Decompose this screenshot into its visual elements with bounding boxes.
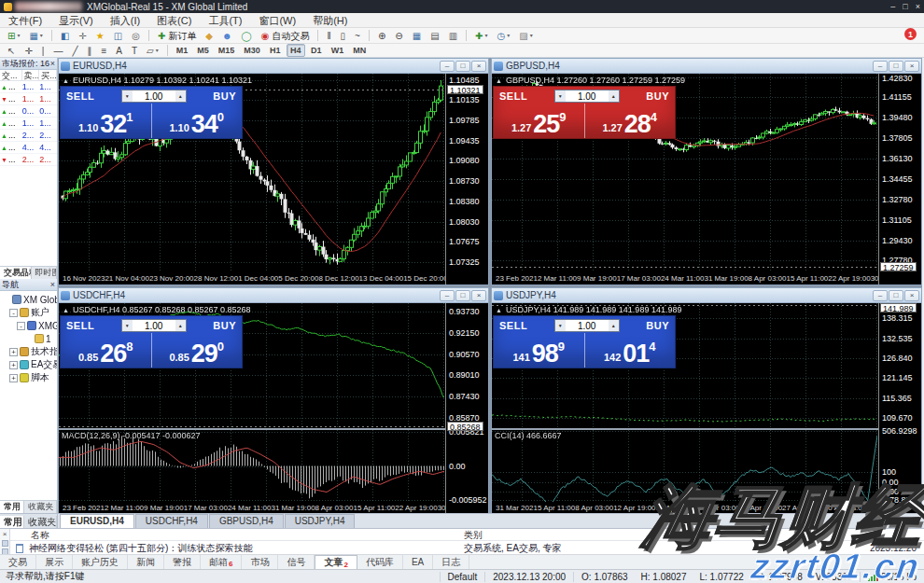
close-icon[interactable]: ×: [471, 290, 486, 301]
volume-down-icon[interactable]: ▼: [122, 90, 133, 102]
tree-item[interactable]: -XMG: [0, 319, 57, 332]
sell-button[interactable]: SELL: [499, 90, 527, 102]
buy-button[interactable]: BUY: [213, 90, 236, 102]
menu-item[interactable]: 显示(V): [50, 13, 102, 28]
column-name[interactable]: 名称: [31, 529, 49, 541]
restore-icon[interactable]: □: [455, 61, 470, 72]
tree-expander-icon[interactable]: +: [9, 348, 18, 356]
collapse-panel-icon[interactable]: ▲: [63, 77, 69, 84]
tree-item[interactable]: 1: [0, 332, 57, 345]
tree-item[interactable]: +脚本: [0, 371, 57, 384]
volume-down-icon[interactable]: ▼: [122, 320, 133, 331]
timeframe-w1-button[interactable]: W1: [328, 44, 348, 57]
timeframe-m1-button[interactable]: M1: [173, 44, 192, 57]
close-icon[interactable]: ×: [50, 59, 55, 68]
column-category[interactable]: 类别: [464, 529, 483, 541]
crosshair-icon[interactable]: ✛: [21, 44, 35, 57]
column-header[interactable]: 买...: [39, 70, 57, 80]
volume-stepper[interactable]: ▼ 1.00 ▲: [554, 90, 620, 103]
terminal-tab-新闻[interactable]: 新闻: [128, 555, 164, 569]
volume-down-icon[interactable]: ▼: [555, 90, 566, 102]
data-window-icon[interactable]: ✛: [75, 29, 90, 42]
chart-window-titlebar[interactable]: USDJPY,H4 – □ ×: [492, 288, 921, 303]
candlestick-icon[interactable]: ▯: [337, 29, 350, 42]
menu-item[interactable]: 帮助(H): [304, 13, 356, 28]
market-watch-row[interactable]: ▲...2...2...: [0, 130, 57, 142]
arrange-windows-icon[interactable]: ▥: [445, 29, 461, 42]
indicators-icon[interactable]: ✚▾: [471, 29, 491, 42]
web-icon[interactable]: ◯: [238, 29, 256, 42]
menu-item[interactable]: 图表(C): [148, 13, 200, 28]
chart-tab[interactable]: EURUSD,H4: [60, 514, 134, 528]
navigator-tab[interactable]: 常用: [0, 516, 24, 528]
chart-window-titlebar[interactable]: EURUSD,H4 – □ ×: [59, 59, 488, 74]
chart-window-titlebar[interactable]: GBPUSD,H4 – □ ×: [492, 59, 921, 74]
market-watch-row[interactable]: ▲...4...4...: [0, 142, 57, 154]
profile-selector[interactable]: Default: [440, 572, 485, 582]
close-icon[interactable]: ×: [904, 61, 919, 72]
terminal-tab-代码库[interactable]: 代码库: [357, 555, 403, 569]
sell-button[interactable]: SELL: [66, 320, 94, 331]
text-icon[interactable]: A: [112, 44, 126, 57]
article-title[interactable]: 神经网络变得轻松 (第四十五部分)：训练状态探索技能: [29, 541, 252, 555]
templates-icon[interactable]: ▨▾: [515, 29, 536, 42]
periods-icon[interactable]: ◷▾: [493, 29, 513, 42]
close-icon[interactable]: ×: [3, 530, 7, 538]
volume-up-icon[interactable]: ▲: [175, 90, 186, 102]
close-icon[interactable]: ×: [916, 2, 920, 11]
minimize-icon[interactable]: –: [890, 2, 895, 11]
buy-price[interactable]: 0.85290: [152, 333, 243, 368]
navigator-tab[interactable]: 常用: [0, 501, 24, 513]
buy-price[interactable]: 1.27284: [585, 104, 676, 138]
sell-price[interactable]: 141989: [494, 333, 585, 368]
dock-icon[interactable]: [2, 540, 8, 547]
shapes-icon[interactable]: ▱▾: [143, 44, 162, 57]
trendline-icon[interactable]: ╱: [68, 44, 81, 57]
sell-price[interactable]: 0.85268: [61, 333, 152, 368]
menu-item[interactable]: 窗口(W): [250, 13, 304, 28]
timeframe-d1-button[interactable]: D1: [307, 44, 326, 57]
market-watch-row[interactable]: ▼...2...2...: [0, 154, 57, 166]
volume-value[interactable]: 1.00: [133, 320, 175, 331]
terminal-tab-信号[interactable]: 信号: [278, 555, 315, 569]
timeframe-h1-button[interactable]: H1: [266, 44, 285, 57]
menu-item[interactable]: 文件(F): [0, 13, 50, 28]
sell-price[interactable]: 1.10321: [61, 104, 152, 138]
chart-tab[interactable]: USDCHF,H4: [135, 514, 208, 528]
column-header[interactable]: 交...: [0, 70, 22, 80]
collapse-panel-icon[interactable]: ▲: [496, 77, 502, 84]
market-watch-row[interactable]: ▲...1...1...: [0, 81, 57, 93]
tree-item[interactable]: +技术指标: [0, 345, 57, 358]
tree-item[interactable]: +EA交易: [0, 358, 57, 371]
volume-stepper[interactable]: ▼ 1.00 ▲: [121, 90, 187, 103]
timeframe-mn-button[interactable]: MN: [349, 44, 370, 57]
price-scale[interactable]: 1.428301.411551.394801.378051.361301.344…: [878, 74, 921, 285]
terminal-tab-交易[interactable]: 交易: [0, 555, 36, 569]
close-icon[interactable]: ×: [50, 280, 55, 289]
minimize-icon[interactable]: –: [873, 290, 888, 301]
label-icon[interactable]: T: [128, 44, 141, 57]
price-scale[interactable]: 138.315132.535126.840121.145115.365109.6…: [878, 303, 921, 514]
terminal-tab-展示[interactable]: 展示: [36, 555, 73, 569]
market-watch-row[interactable]: ▲...0...0...: [0, 105, 57, 118]
close-icon[interactable]: ×: [904, 290, 919, 301]
timeframe-h4-button[interactable]: H4: [287, 44, 305, 57]
notification-badge[interactable]: 1: [904, 28, 917, 40]
volume-up-icon[interactable]: ▲: [609, 320, 619, 331]
collapse-panel-icon[interactable]: ▲: [496, 307, 502, 313]
strategy-tester-icon[interactable]: ◎: [128, 29, 144, 42]
sell-button[interactable]: SELL: [499, 320, 527, 331]
volume-value[interactable]: 1.00: [566, 90, 609, 102]
terminal-tab-邮箱[interactable]: 邮箱6: [201, 555, 242, 569]
new-chart-icon[interactable]: ⊞▾: [4, 29, 23, 42]
connection-status[interactable]: 86/15 kb: [860, 572, 924, 582]
window-titlebar[interactable]: XMGlobal-Real 15 - XM Global Limited – □…: [0, 0, 924, 13]
minimize-icon[interactable]: –: [873, 61, 888, 72]
market-watch-icon[interactable]: ◧: [57, 29, 73, 42]
volume-stepper[interactable]: ▼ 1.00 ▲: [121, 319, 187, 332]
buy-price[interactable]: 142014: [585, 333, 676, 368]
bar-chart-icon[interactable]: ‖: [323, 29, 334, 42]
tree-expander-icon[interactable]: +: [9, 374, 18, 382]
new-order-icon[interactable]: ✚新订单: [154, 29, 200, 42]
article-row[interactable]: 神经网络变得轻松 (第四十五部分)：训练状态探索技能 交易系统, EA交易, 专…: [10, 541, 924, 555]
